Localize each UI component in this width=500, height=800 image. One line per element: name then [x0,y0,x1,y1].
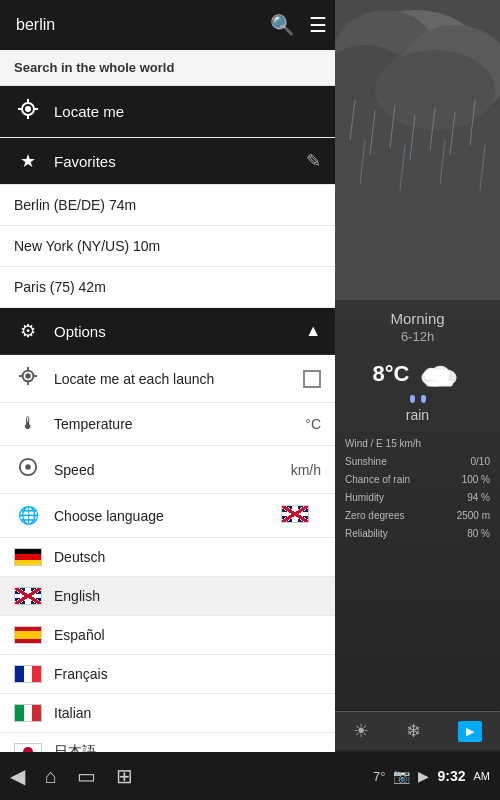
option-locate-checkbox[interactable] [303,370,321,388]
flag-de [14,548,42,566]
current-lang-flag [281,505,309,523]
left-panel: 🔍 ☰ Search in the whole world Locate me [0,0,335,800]
options-header[interactable]: ⚙ Options ▲ [0,308,335,355]
option-speed-icon [14,457,42,482]
drop-1 [410,395,415,403]
locate-me-item[interactable]: Locate me [0,86,335,138]
option-speed-value: km/h [291,462,321,478]
search-icons: 🔍 ☰ [270,13,327,37]
grid-button[interactable]: ⊞ [116,764,133,788]
stat-humidity: Humidity 94 % [345,489,490,507]
favorites-item[interactable]: ★ Favorites ✎ [0,138,335,185]
wind-label: Wind / E 15 km/h [345,435,421,453]
lang-it[interactable]: Italian [0,694,335,733]
option-language[interactable]: 🌐 Choose language [0,494,335,538]
flag-es [14,626,42,644]
drop-2 [421,395,426,403]
stat-sunshine: Sunshine 0/10 [345,453,490,471]
location-berlin-text: Berlin (BE/DE) 74m [14,197,136,213]
lang-fr[interactable]: Français [0,655,335,694]
weather-temperature: 8°C [373,361,410,387]
menu-icon[interactable]: ☰ [309,13,327,37]
weather-period: Morning [345,310,490,327]
weather-sun-icon[interactable]: ☀ [353,720,369,742]
svg-point-22 [25,106,31,112]
weather-panel: Morning 6-12h 8°C rain Wind / E 15 km/h … [335,0,500,800]
option-temp-icon: 🌡 [14,414,42,434]
status-bar: ◀ ⌂ ▭ ⊞ 7° 📷 ▶ 9:32 AM [0,752,500,800]
options-label: Options [54,323,305,340]
cloud-area [335,0,500,300]
nav-buttons: ◀ ⌂ ▭ ⊞ [10,764,133,788]
option-locate-launch[interactable]: Locate me at each launch [0,355,335,403]
search-bar: 🔍 ☰ [0,0,335,50]
option-temp-value: °C [305,416,321,432]
option-speed-label: Speed [54,462,291,478]
weather-hours: 6-12h [345,329,490,344]
location-newyork-text: New York (NY/US) 10m [14,238,160,254]
status-camera-icon: 📷 [393,768,410,784]
lang-de-name: Deutsch [54,549,105,565]
rain-label: Chance of rain [345,471,410,489]
location-berlin[interactable]: Berlin (BE/DE) 74m [0,185,335,226]
option-temperature[interactable]: 🌡 Temperature °C [0,403,335,446]
scrollable-content[interactable]: Search in the whole world Locate me ★ Fa… [0,50,335,800]
options-gear-icon: ⚙ [14,320,42,342]
sunshine-label: Sunshine [345,453,387,471]
stat-rain: Chance of rain 100 % [345,471,490,489]
favorites-label: Favorites [54,153,306,170]
weather-info: Morning 6-12h 8°C rain Wind / E 15 km/h … [335,300,500,553]
weather-controls: ☀ ❄ ▶ [335,711,500,750]
stat-reliability: Reliability 80 % [345,525,490,543]
weather-stats: Wind / E 15 km/h Sunshine 0/10 Chance of… [345,435,490,543]
option-locate-label: Locate me at each launch [54,371,303,387]
rain-drops [345,395,490,403]
lang-de[interactable]: Deutsch [0,538,335,577]
rain-value: 100 % [462,471,490,489]
recent-button[interactable]: ▭ [77,764,96,788]
status-ampm: AM [474,770,491,782]
search-input[interactable] [8,16,270,34]
weather-next-btn[interactable]: ▶ [458,721,482,742]
section-title: Search in the whole world [0,50,335,86]
weather-cloud-icon [417,356,462,391]
option-lang-flag [281,505,321,526]
status-icons: 7° 📷 ▶ 9:32 AM [373,768,490,784]
humidity-label: Humidity [345,489,384,507]
location-newyork[interactable]: New York (NY/US) 10m [0,226,335,267]
reliability-label: Reliability [345,525,388,543]
lang-en-name: English [54,588,100,604]
zero-value: 2500 m [457,507,490,525]
flag-it [14,704,42,722]
locate-me-icon [14,98,42,125]
svg-point-35 [25,464,30,469]
lang-en[interactable]: English [0,577,335,616]
stat-wind: Wind / E 15 km/h [345,435,490,453]
lang-es-name: Español [54,627,105,643]
status-wifi-icon: ▶ [418,768,429,784]
favorites-edit-icon[interactable]: ✎ [306,150,321,172]
svg-point-20 [425,368,439,381]
flag-fr [14,665,42,683]
lang-fr-name: Français [54,666,108,682]
lang-it-name: Italian [54,705,91,721]
options-chevron-icon: ▲ [305,322,321,340]
lang-es[interactable]: Español [0,616,335,655]
option-locate-icon [14,366,42,391]
back-button[interactable]: ◀ [10,764,25,788]
weather-snow-icon[interactable]: ❄ [406,720,421,742]
humidity-value: 94 % [467,489,490,507]
location-paris-text: Paris (75) 42m [14,279,106,295]
location-paris[interactable]: Paris (75) 42m [0,267,335,308]
option-temp-label: Temperature [54,416,305,432]
option-speed[interactable]: Speed km/h [0,446,335,494]
reliability-value: 80 % [467,525,490,543]
svg-point-28 [25,373,30,378]
weather-condition: rain [345,407,490,423]
search-icon[interactable]: 🔍 [270,13,295,37]
stat-zero: Zero degrees 2500 m [345,507,490,525]
home-button[interactable]: ⌂ [45,765,57,788]
svg-rect-21 [426,381,453,386]
status-time: 9:32 [437,768,465,784]
zero-label: Zero degrees [345,507,404,525]
